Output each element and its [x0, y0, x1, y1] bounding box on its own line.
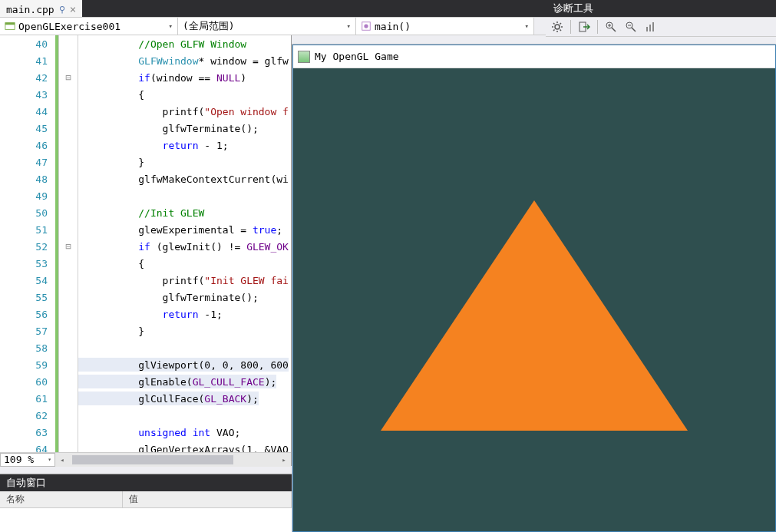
line-number: 60	[0, 376, 55, 388]
opengl-canvas	[293, 68, 775, 531]
line-number: 55	[0, 292, 55, 303]
line-number: 41	[0, 55, 55, 67]
code-text: //Init GLEW	[78, 206, 204, 220]
zoom-combo[interactable]: 109 % ▾	[0, 453, 55, 467]
code-line[interactable]: 47 }	[0, 154, 291, 170]
code-line[interactable]: 57 }	[0, 322, 291, 339]
opengl-window-title: My OpenGL Game	[315, 51, 399, 62]
scrollbar-thumb[interactable]	[72, 455, 233, 464]
code-line[interactable]: 48 glfwMakeContextCurrent(wi	[0, 170, 291, 187]
code-line[interactable]: 53 {	[0, 255, 291, 272]
code-line[interactable]: 61 glCullFace(GL_BACK);	[0, 390, 291, 407]
line-number: 50	[0, 207, 55, 219]
tab-label: main.cpp	[6, 4, 54, 15]
svg-rect-1	[5, 23, 15, 25]
svg-rect-15	[652, 22, 654, 31]
diagnostics-toolbar	[546, 17, 776, 37]
code-editor[interactable]: 40 //Open GLFW Window41 GLFWwindow* wind…	[0, 35, 292, 466]
code-line[interactable]: 51 glewExperimental = true;	[0, 221, 291, 238]
code-line[interactable]: 59 glViewport(0, 0, 800, 600	[0, 356, 291, 373]
line-number: 49	[0, 190, 55, 202]
line-number: 43	[0, 89, 55, 101]
line-number: 63	[0, 427, 55, 438]
project-icon	[5, 21, 15, 31]
zoom-in-icon[interactable]	[604, 20, 618, 34]
code-text: return -1;	[78, 307, 223, 321]
code-text: glEnable(GL_CULL_FACE);	[78, 375, 276, 388]
code-line[interactable]: 46 return - 1;	[0, 137, 291, 154]
svg-rect-13	[646, 27, 648, 31]
editor-viewport[interactable]: 40 //Open GLFW Window41 GLFWwindow* wind…	[0, 35, 291, 452]
line-number: 47	[0, 157, 55, 168]
code-line[interactable]: 62	[0, 407, 291, 424]
code-line[interactable]: 54 printf("Init GLEW fai	[0, 272, 291, 289]
code-line[interactable]: 64 glGenVertexArrays(1, &VAO	[0, 441, 291, 452]
code-line[interactable]: 55 glfwTerminate();	[0, 289, 291, 306]
line-number: 52	[0, 241, 55, 253]
line-number: 40	[0, 38, 55, 50]
chevron-down-icon: ▾	[347, 22, 351, 30]
rendered-triangle	[381, 200, 688, 431]
svg-rect-14	[649, 25, 651, 31]
code-text: glewExperimental = true;	[78, 223, 282, 236]
separator	[597, 20, 598, 34]
tab-main-cpp[interactable]: main.cpp ⚲ ×	[0, 0, 82, 17]
code-text: //Open GLFW Window	[78, 37, 246, 51]
svg-line-11	[632, 28, 636, 31]
code-text: glfwTerminate();	[78, 290, 259, 304]
col-name[interactable]: 名称	[0, 491, 123, 507]
opengl-window[interactable]: My OpenGL Game	[292, 45, 776, 532]
code-line[interactable]: 40 //Open GLFW Window	[0, 35, 291, 52]
scroll-left-icon[interactable]: ◂	[55, 453, 69, 467]
zoom-out-icon[interactable]	[624, 20, 638, 34]
code-line[interactable]: 49	[0, 187, 291, 204]
chart-icon[interactable]	[644, 20, 658, 34]
close-icon[interactable]: ×	[70, 4, 76, 15]
col-value[interactable]: 值	[123, 491, 292, 507]
svg-line-7	[612, 28, 616, 31]
code-line[interactable]: 56 return -1;	[0, 306, 291, 322]
svg-point-4	[555, 25, 560, 29]
chevron-down-icon: ▾	[169, 22, 173, 30]
line-number: 56	[0, 309, 55, 320]
code-text: printf("Init GLEW fai	[78, 273, 289, 287]
code-line[interactable]: 41 GLFWwindow* window = glfw	[0, 52, 291, 69]
code-text: {	[78, 88, 144, 101]
diagnostics-header: 诊断工具	[546, 0, 776, 17]
code-line[interactable]: 45 glfwTerminate();	[0, 120, 291, 137]
fold-toggle[interactable]: ⊟	[59, 72, 78, 83]
export-icon[interactable]	[577, 20, 591, 34]
code-line[interactable]: 63 unsigned int VAO;	[0, 424, 291, 441]
code-line[interactable]: 43 {	[0, 86, 291, 103]
code-text: unsigned int VAO;	[78, 425, 240, 439]
fold-toggle[interactable]: ⊟	[59, 241, 78, 252]
code-line[interactable]: 44 printf("Open window f	[0, 103, 291, 120]
autos-body	[0, 508, 292, 532]
code-line[interactable]: 58	[0, 339, 291, 356]
code-line[interactable]: 50 //Init GLEW	[0, 204, 291, 221]
gear-icon[interactable]	[550, 20, 564, 34]
project-selector[interactable]: OpenGLExercise001 ▾	[0, 18, 178, 35]
line-number: 61	[0, 393, 55, 405]
opengl-window-titlebar[interactable]: My OpenGL Game	[293, 45, 775, 68]
code-line[interactable]: 42⊟ if(window == NULL)	[0, 69, 291, 86]
autos-title: 自动窗口	[6, 476, 46, 490]
scroll-right-icon[interactable]: ▸	[277, 453, 291, 467]
code-text: GLFWwindow* window = glfw	[78, 54, 289, 68]
code-text: }	[78, 324, 144, 338]
scope-selector[interactable]: (全局范围) ▾	[178, 18, 356, 35]
code-text: glCullFace(GL_BACK);	[78, 392, 259, 405]
autos-panel: 自动窗口 名称 值	[0, 474, 292, 532]
code-line[interactable]: 60 glEnable(GL_CULL_FACE);	[0, 373, 291, 390]
autos-header[interactable]: 自动窗口	[0, 474, 292, 491]
code-line[interactable]: 52⊟ if (glewInit() != GLEW_OK	[0, 238, 291, 255]
pin-icon[interactable]: ⚲	[59, 5, 65, 15]
code-text: glfwTerminate();	[78, 121, 259, 135]
function-selector[interactable]: main() ▾	[356, 18, 534, 35]
function-icon	[361, 21, 371, 31]
code-text: glfwMakeContextCurrent(wi	[78, 172, 289, 186]
zoom-bar: 109 % ▾ ◂ ▸	[0, 452, 291, 466]
line-number: 46	[0, 140, 55, 151]
autos-columns: 名称 值	[0, 491, 292, 508]
horizontal-scrollbar[interactable]: ◂ ▸	[55, 453, 291, 467]
